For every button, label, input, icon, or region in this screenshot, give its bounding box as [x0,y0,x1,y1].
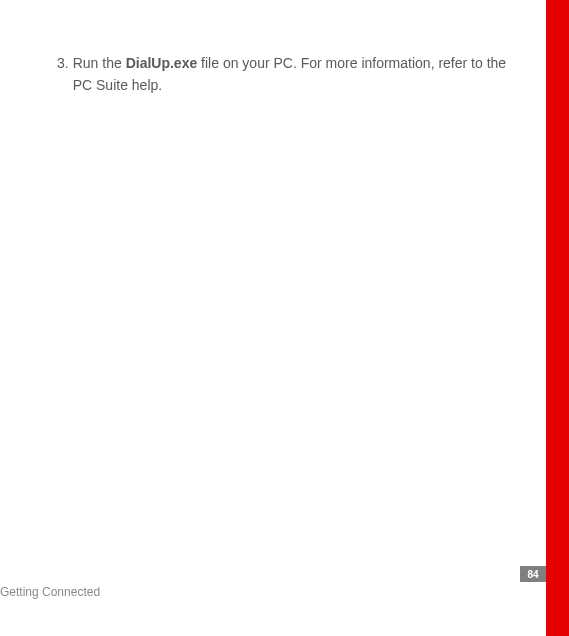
text-before: Run the [73,55,126,71]
list-text: Run the DialUp.exe file on your PC. For … [73,52,517,97]
page-number-badge: 84 [520,566,546,582]
footer-section-title: Getting Connected [0,585,100,599]
list-marker: 3. [57,52,69,97]
list-item: 3. Run the DialUp.exe file on your PC. F… [57,52,517,97]
red-sidebar [546,0,569,636]
bold-filename: DialUp.exe [126,55,198,71]
page-number: 84 [527,569,538,580]
main-content: 3. Run the DialUp.exe file on your PC. F… [57,52,517,97]
